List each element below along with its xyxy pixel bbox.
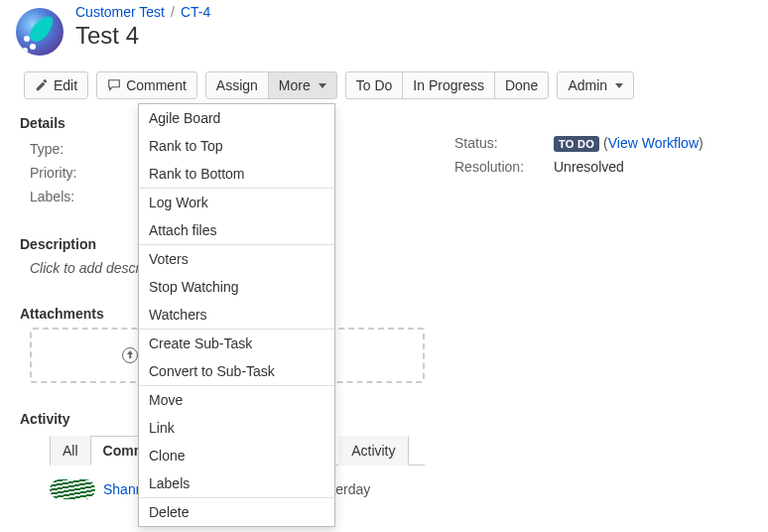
status-badge: TO DO [554,136,599,152]
admin-button[interactable]: Admin [557,71,634,99]
chevron-down-icon [319,83,326,88]
view-workflow-link[interactable]: View Workflow [608,135,699,151]
comment-button[interactable]: Comment [96,71,197,99]
menu-stop-watching[interactable]: Stop Watching [139,273,334,301]
transition-todo-button[interactable]: To Do [345,71,404,99]
menu-agile-board[interactable]: Agile Board [139,104,334,132]
edit-button[interactable]: Edit [24,71,88,99]
tab-all[interactable]: All [50,436,91,466]
menu-voters[interactable]: Voters [139,245,334,273]
comment-icon [107,78,121,92]
menu-delete[interactable]: Delete [139,498,334,499]
breadcrumb: Customer Test / CT-4 [75,4,210,20]
breadcrumb-project-link[interactable]: Customer Test [75,4,165,20]
inprogress-label: In Progress [413,77,484,93]
assign-button[interactable]: Assign [205,71,269,99]
more-button[interactable]: More [268,71,337,99]
transition-done-button[interactable]: Done [494,71,549,99]
menu-move[interactable]: Move [139,386,334,414]
upload-icon [122,347,138,363]
issue-title: Test 4 [75,22,210,50]
type-label: Type: [30,141,129,157]
edit-label: Edit [54,77,77,93]
priority-label: Priority: [30,165,129,181]
transition-inprogress-button[interactable]: In Progress [402,71,495,99]
chevron-down-icon [615,83,623,88]
resolution-value: Unresolved [554,159,624,175]
menu-rank-to-top[interactable]: Rank to Top [139,132,334,160]
status-label: Status: [454,135,554,151]
menu-convert-subtask[interactable]: Convert to Sub-Task [139,357,334,385]
resolution-label: Resolution: [454,159,554,175]
menu-attach-files[interactable]: Attach files [139,216,334,244]
labels-label: Labels: [30,189,129,204]
comment-label: Comment [126,77,187,93]
paren-close: ) [699,135,704,151]
menu-log-work[interactable]: Log Work [139,189,334,216]
pencil-icon [35,78,49,92]
todo-label: To Do [356,77,393,93]
breadcrumb-separator: / [171,4,175,20]
menu-labels[interactable]: Labels [139,469,334,497]
menu-watchers[interactable]: Watchers [139,301,334,329]
tab-activity[interactable]: Activity [338,436,408,466]
more-dropdown: Agile Board Rank to Top Rank to Bottom L… [138,103,335,499]
comment-author-avatar [50,479,95,499]
more-label: More [279,77,311,93]
menu-link[interactable]: Link [139,414,334,442]
done-label: Done [505,77,538,93]
admin-label: Admin [568,77,607,93]
breadcrumb-issue-link[interactable]: CT-4 [181,4,210,20]
menu-clone[interactable]: Clone [139,442,334,469]
menu-rank-to-bottom[interactable]: Rank to Bottom [139,160,334,188]
menu-create-subtask[interactable]: Create Sub-Task [139,330,334,357]
project-avatar[interactable] [16,8,64,56]
assign-label: Assign [216,77,258,93]
